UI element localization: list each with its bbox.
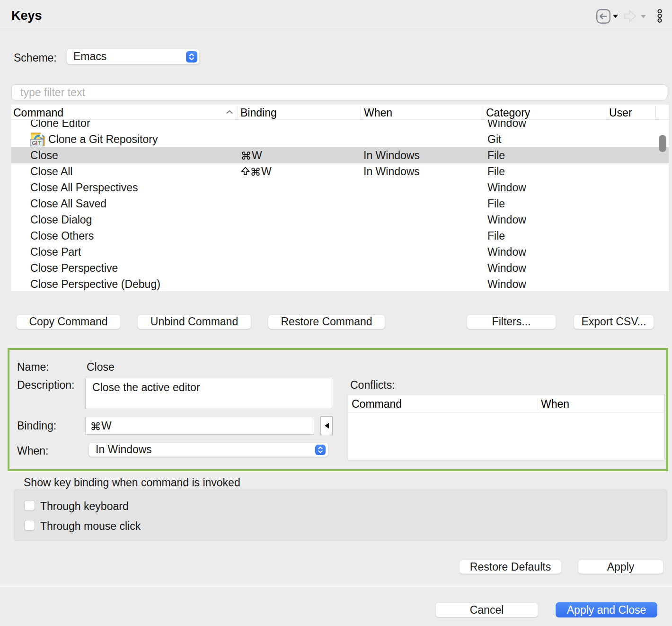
- svg-text:I: I: [36, 140, 37, 146]
- svg-text:T: T: [38, 140, 41, 146]
